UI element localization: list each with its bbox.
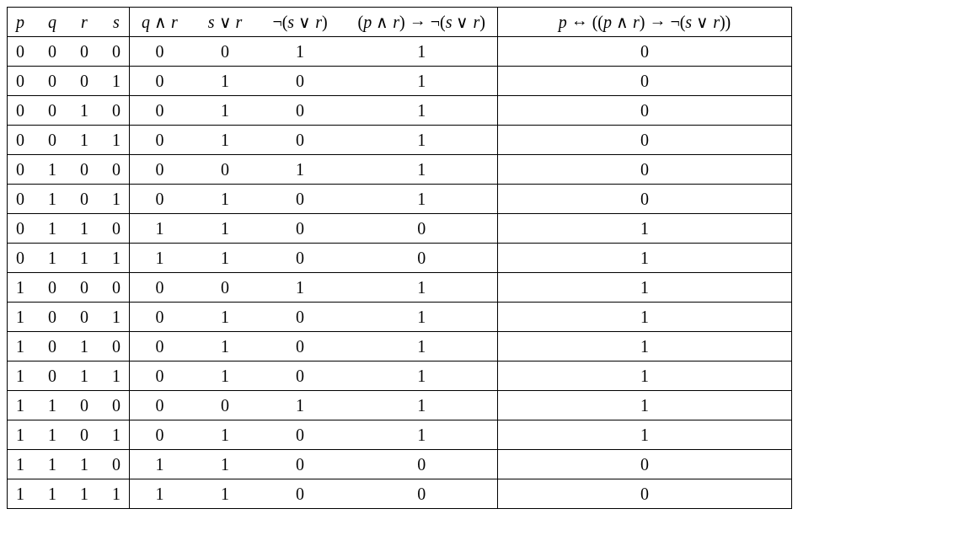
table-cell: 1: [497, 303, 791, 332]
table-cell: 0: [100, 214, 130, 244]
truth-table: p q r s q ∧ r s ∨ r ¬(s ∨ r) (p ∧ r) → ¬…: [7, 7, 792, 509]
table-cell: 0: [497, 450, 791, 479]
table-cell: 1: [36, 420, 68, 450]
table-cell: 1: [497, 244, 791, 273]
table-cell: 1: [497, 391, 791, 420]
table-cell: 1: [257, 391, 342, 420]
table-cell: 1: [193, 332, 258, 362]
table-cell: 1: [100, 244, 130, 273]
table-cell: 1: [8, 479, 37, 509]
table-cell: 0: [257, 96, 342, 126]
table-cell: 0: [36, 273, 68, 303]
table-cell: 0: [130, 155, 193, 185]
table-row: 100000111: [8, 273, 792, 303]
table-cell: 0: [257, 362, 342, 391]
table-row: 111111000: [8, 479, 792, 509]
table-cell: 0: [36, 332, 68, 362]
table-cell: 1: [257, 155, 342, 185]
table-cell: 0: [130, 420, 193, 450]
table-cell: 1: [130, 214, 193, 244]
table-cell: 1: [36, 185, 68, 214]
table-cell: 0: [193, 155, 258, 185]
table-cell: 0: [497, 185, 791, 214]
header-q: q: [36, 8, 68, 37]
table-cell: 1: [497, 273, 791, 303]
table-cell: 0: [68, 420, 100, 450]
table-cell: 1: [193, 126, 258, 155]
table-cell: 1: [100, 362, 130, 391]
table-row: 010000110: [8, 155, 792, 185]
table-cell: 0: [497, 126, 791, 155]
table-body: 0000001100001010100010010100011010100100…: [8, 37, 792, 509]
table-cell: 0: [100, 391, 130, 420]
table-row: 001001010: [8, 96, 792, 126]
table-cell: 0: [497, 37, 791, 67]
table-cell: 0: [257, 126, 342, 155]
table-row: 100101011: [8, 303, 792, 332]
table-cell: 0: [130, 332, 193, 362]
table-cell: 0: [68, 391, 100, 420]
table-cell: 0: [343, 450, 498, 479]
table-cell: 1: [8, 362, 37, 391]
table-cell: 1: [68, 450, 100, 479]
table-cell: 1: [68, 214, 100, 244]
table-cell: 0: [130, 67, 193, 96]
table-cell: 0: [36, 362, 68, 391]
table-cell: 1: [68, 479, 100, 509]
table-cell: 1: [343, 332, 498, 362]
table-cell: 0: [130, 273, 193, 303]
table-cell: 1: [257, 37, 342, 67]
table-cell: 1: [343, 391, 498, 420]
table-row: 011111001: [8, 244, 792, 273]
table-cell: 0: [100, 155, 130, 185]
table-cell: 0: [68, 37, 100, 67]
table-cell: 0: [8, 96, 37, 126]
table-cell: 0: [8, 185, 37, 214]
table-cell: 0: [100, 96, 130, 126]
table-cell: 1: [193, 185, 258, 214]
table-cell: 0: [130, 391, 193, 420]
table-cell: 1: [193, 362, 258, 391]
table-cell: 0: [130, 303, 193, 332]
table-cell: 1: [343, 155, 498, 185]
header-s-or-r: s ∨ r: [193, 8, 258, 37]
table-cell: 1: [36, 450, 68, 479]
table-cell: 0: [36, 126, 68, 155]
table-cell: 0: [130, 126, 193, 155]
table-cell: 0: [130, 362, 193, 391]
table-cell: 0: [257, 450, 342, 479]
table-cell: 1: [100, 67, 130, 96]
table-cell: 0: [100, 37, 130, 67]
table-cell: 1: [343, 37, 498, 67]
table-cell: 0: [8, 214, 37, 244]
table-cell: 0: [257, 214, 342, 244]
header-q-and-r: q ∧ r: [130, 8, 193, 37]
table-cell: 1: [100, 479, 130, 509]
table-cell: 1: [193, 67, 258, 96]
table-row: 101001011: [8, 332, 792, 362]
table-cell: 0: [36, 96, 68, 126]
table-cell: 0: [100, 450, 130, 479]
table-cell: 1: [193, 96, 258, 126]
table-cell: 1: [343, 126, 498, 155]
table-cell: 1: [36, 244, 68, 273]
table-cell: 1: [343, 362, 498, 391]
table-cell: 0: [193, 391, 258, 420]
table-cell: 1: [193, 244, 258, 273]
table-cell: 1: [343, 185, 498, 214]
table-row: 000000110: [8, 37, 792, 67]
table-cell: 1: [68, 96, 100, 126]
header-row: p q r s q ∧ r s ∨ r ¬(s ∨ r) (p ∧ r) → ¬…: [8, 8, 792, 37]
table-cell: 1: [193, 479, 258, 509]
table-cell: 0: [68, 273, 100, 303]
table-cell: 0: [257, 67, 342, 96]
table-cell: 1: [343, 420, 498, 450]
table-cell: 1: [343, 303, 498, 332]
table-cell: 1: [497, 420, 791, 450]
table-cell: 0: [130, 96, 193, 126]
table-cell: 0: [100, 332, 130, 362]
table-cell: 0: [257, 303, 342, 332]
table-cell: 0: [8, 37, 37, 67]
table-cell: 0: [497, 479, 791, 509]
table-cell: 0: [497, 96, 791, 126]
